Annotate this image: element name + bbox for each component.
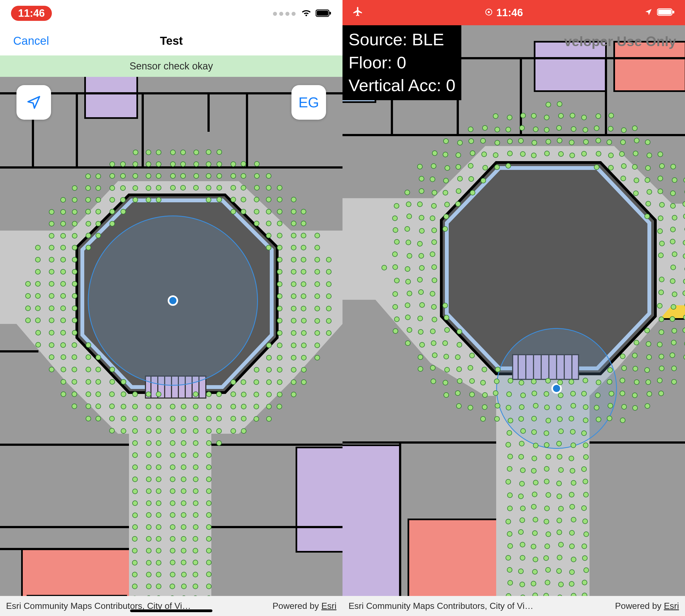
- wifi-icon: [301, 9, 312, 17]
- svg-point-23: [488, 11, 490, 13]
- floorplan-svg: [342, 25, 685, 616]
- left-phone: 11:46 ●●●● Cancel Test Sensor check okay: [0, 0, 342, 616]
- svg-rect-2: [330, 12, 331, 15]
- floor-picker-button[interactable]: EG: [291, 85, 326, 120]
- svg-rect-32: [342, 445, 400, 616]
- map-view[interactable]: veloper Use Only Source: BLE Floor: 0 Ve…: [342, 25, 685, 616]
- powered-by[interactable]: Powered by Esri: [272, 601, 336, 611]
- status-time-pill[interactable]: 11:46: [11, 6, 52, 21]
- cell-dots-icon: ●●●●: [272, 8, 297, 19]
- user-location-dot: [168, 295, 178, 306]
- home-indicator[interactable]: [130, 610, 213, 612]
- airplane-icon: [352, 6, 363, 20]
- svg-rect-10: [296, 447, 342, 552]
- powered-by[interactable]: Powered by Esri: [615, 601, 679, 611]
- map-view[interactable]: EG Esri Community Maps Contributors, Cit…: [0, 77, 342, 616]
- right-phone: 11:46: [342, 0, 685, 616]
- map-attribution: Esri Community Maps Contributors, City o…: [342, 596, 685, 616]
- map-attribution: Esri Community Maps Contributors, City o…: [0, 596, 342, 616]
- location-services-icon: [485, 7, 493, 19]
- cancel-button[interactable]: Cancel: [13, 34, 49, 47]
- debug-overlay: Source: BLE Floor: 0 Vertical Acc: 0: [342, 25, 461, 100]
- attribution-text: Esri Community Maps Contributors, City o…: [349, 601, 533, 611]
- page-title: Test: [160, 34, 183, 47]
- location-arrow-icon: [644, 7, 653, 19]
- battery-icon: [657, 7, 675, 19]
- location-arrow-icon: [26, 95, 41, 110]
- nav-bar: Cancel Test: [0, 26, 342, 56]
- svg-rect-6: [85, 77, 137, 118]
- svg-rect-1: [317, 11, 328, 16]
- status-bar: 11:46: [342, 0, 685, 25]
- status-time: 11:46: [496, 7, 523, 19]
- recenter-button[interactable]: [17, 85, 51, 120]
- svg-rect-25: [658, 9, 671, 15]
- developer-watermark: veloper Use Only: [564, 34, 677, 49]
- sensor-status-banner: Sensor check okay: [0, 56, 342, 77]
- battery-icon: [316, 9, 332, 17]
- svg-rect-26: [673, 11, 674, 14]
- status-bar: 11:46 ●●●●: [0, 0, 342, 26]
